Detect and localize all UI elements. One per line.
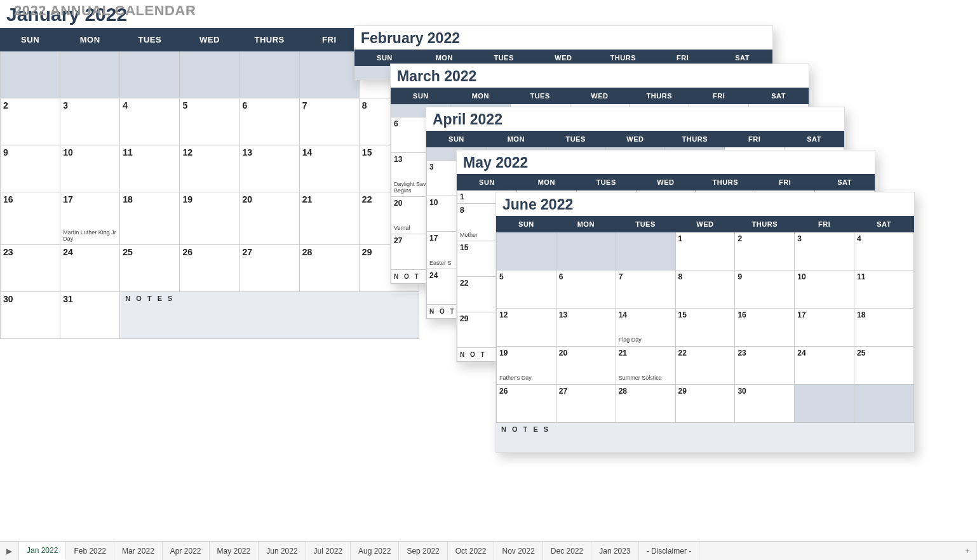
sheet-tab[interactable]: Oct 2022	[448, 542, 495, 560]
day-header: FRI	[755, 175, 815, 190]
calendar-cell	[239, 51, 299, 98]
calendar-cell: 7	[616, 270, 675, 309]
sheet-tab[interactable]: Jan 2022	[19, 542, 66, 560]
sheet-tab[interactable]: Jul 2022	[306, 542, 351, 560]
day-header: SUN	[427, 131, 487, 147]
calendar-cell: 19Father's Day	[497, 347, 556, 385]
sheet-tab[interactable]: Aug 2022	[351, 542, 399, 560]
month-title-may: May 2022	[457, 150, 875, 174]
calendar-cell: 28	[299, 244, 359, 291]
calendar-cell: 9	[735, 270, 795, 309]
calendar-cell	[1, 51, 60, 98]
day-header: SAT	[854, 217, 914, 232]
day-header: FRI	[725, 131, 785, 147]
day-header: THURS	[735, 217, 795, 232]
day-header: FRI	[689, 88, 749, 104]
month-title-february: February 2022	[354, 26, 772, 50]
calendar-cell: 23	[1, 244, 60, 291]
day-header: TUES	[120, 29, 180, 51]
notes-june: N O T E S	[496, 423, 914, 452]
calendar-cell: 12	[497, 309, 556, 347]
calendar-cell: 3	[60, 98, 120, 145]
day-header: WED	[180, 29, 239, 51]
calendar-cell: 3	[795, 232, 854, 270]
day-header: SUN	[1, 29, 60, 51]
day-header: FRI	[795, 217, 854, 232]
calendar-cell: 24	[60, 244, 120, 291]
day-header: MON	[556, 217, 616, 232]
calendar-cell: 2	[1, 98, 60, 145]
calendar-cell: 4	[120, 98, 180, 145]
calendar-cell: N O T E S	[120, 291, 419, 338]
calendar-cell: 14Flag Day	[616, 309, 675, 347]
calendar-cell: 19	[180, 192, 239, 245]
sheet-tab[interactable]: May 2022	[210, 542, 259, 560]
scroll-sheets-icon[interactable]: ▶	[0, 542, 19, 560]
sheet-tab[interactable]: - Disclaimer -	[639, 542, 700, 560]
day-header: THURS	[239, 29, 299, 51]
month-title-june: June 2022	[496, 192, 914, 216]
calendar-cell	[299, 51, 359, 98]
day-header: MON	[450, 88, 510, 104]
calendar-cell: 16	[735, 309, 795, 347]
calendar-cell: 23	[735, 347, 795, 385]
day-header: THURS	[630, 88, 689, 104]
calendar-cell: 18	[120, 192, 180, 245]
calendar-cell: 22	[675, 347, 735, 385]
calendar-cell: 17Martin Luther King Jr Day	[60, 192, 120, 245]
calendar-cell: 1	[675, 232, 735, 270]
calendar-cell: 20	[556, 347, 616, 385]
calendar-cell	[497, 232, 556, 270]
calendar-cell: 28	[616, 385, 675, 423]
calendar-cell: 9	[1, 145, 60, 192]
calendar-cell	[616, 232, 675, 270]
sheet-tab-bar: ▶ Jan 2022Feb 2022Mar 2022Apr 2022May 20…	[0, 541, 977, 560]
calendar-cell: 30	[1, 291, 60, 338]
calendar-grid-june: SUNMONTUESWEDTHURSFRISAT 123456789101112…	[496, 216, 914, 423]
calendar-cell	[556, 232, 616, 270]
calendar-cell: 27	[556, 385, 616, 423]
calendar-cell: 21Summer Solstice	[616, 347, 675, 385]
calendar-cell: 24	[795, 347, 854, 385]
sheet-tab[interactable]: Sep 2022	[399, 542, 447, 560]
month-title-march: March 2022	[391, 64, 809, 88]
calendar-cell: 31	[60, 291, 120, 338]
calendar-cell: 11	[854, 270, 914, 309]
sheet-tab[interactable]: Jan 2023	[591, 542, 638, 560]
day-header: MON	[486, 131, 546, 147]
day-header: THURS	[665, 131, 725, 147]
day-header: WED	[675, 217, 735, 232]
day-header: MON	[60, 29, 120, 51]
calendar-cell: 25	[854, 347, 914, 385]
calendar-cell: 2	[735, 232, 795, 270]
calendar-cell: 5	[497, 270, 556, 309]
sheet-tab[interactable]: Jun 2022	[259, 542, 306, 560]
add-sheet-button[interactable]: ＋	[958, 542, 977, 560]
calendar-cell: 8	[675, 270, 735, 309]
day-header: SUN	[497, 217, 556, 232]
calendar-cell: 16	[1, 192, 60, 245]
calendar-cell: 10	[60, 145, 120, 192]
calendar-june: June 2022 SUNMONTUESWEDTHURSFRISAT 12345…	[495, 192, 915, 453]
calendar-cell: 5	[180, 98, 239, 145]
sheet-tab[interactable]: Mar 2022	[114, 542, 163, 560]
month-title-april: April 2022	[426, 107, 844, 131]
day-header: TUES	[546, 131, 605, 147]
sheet-tab[interactable]: Feb 2022	[66, 542, 114, 560]
day-header: MON	[516, 175, 576, 190]
calendar-cell: 13	[239, 145, 299, 192]
day-header: SAT	[815, 175, 875, 190]
calendar-cell	[120, 51, 180, 98]
day-header: SUN	[457, 175, 517, 190]
calendar-cell: 10	[795, 270, 854, 309]
calendar-cell: 17	[795, 309, 854, 347]
calendar-cell: 4	[854, 232, 914, 270]
calendar-cell: 18	[854, 309, 914, 347]
day-header: THURS	[696, 175, 755, 190]
sheet-tab[interactable]: Apr 2022	[163, 542, 210, 560]
calendar-cell: 26	[180, 244, 239, 291]
calendar-cell	[854, 385, 914, 423]
sheet-tab[interactable]: Dec 2022	[543, 542, 591, 560]
sheet-tab[interactable]: Nov 2022	[494, 542, 542, 560]
day-header: TUES	[510, 88, 570, 104]
